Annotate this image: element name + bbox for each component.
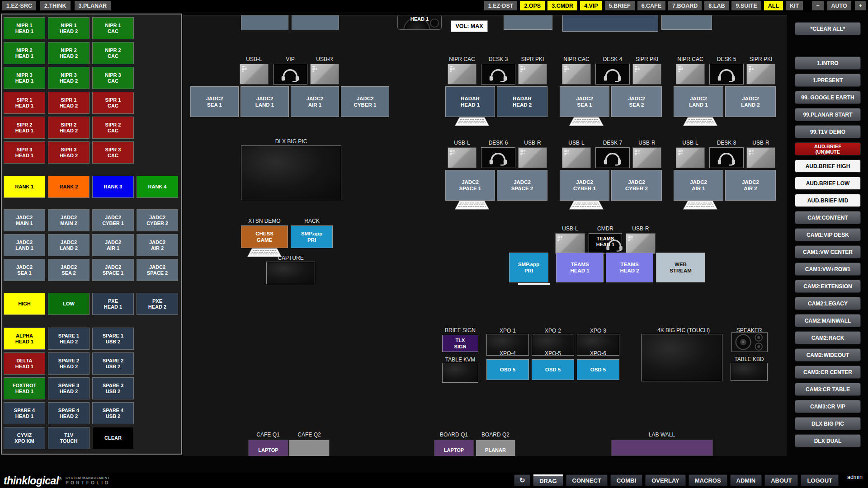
source-sipr-3-head-1[interactable]: SIPR 3 HEAD 1 [4, 141, 45, 164]
macro-cam2-extension[interactable]: CAM2:EXTENSION [795, 280, 861, 293]
partial-destination-fragment[interactable] [562, 15, 658, 32]
source-spare-3-usb-2[interactable]: SPARE 3 USB 2 [92, 377, 134, 399]
source-foxtrot-head-1[interactable]: FOXTROT HEAD 1 [4, 377, 45, 399]
source-high[interactable]: HIGH [4, 293, 45, 315]
osd-5-button-3[interactable]: OSD 5 [577, 359, 619, 380]
dest-tlx-sign[interactable]: TLX SIGN [442, 335, 478, 352]
usb-port-usb-r[interactable] [518, 147, 547, 168]
tab-1-ez-dst[interactable]: 1.EZ-DST [484, 1, 518, 10]
tab-2-ops[interactable]: 2.OPS [520, 1, 545, 10]
macros-button[interactable]: MACROS [689, 474, 727, 486]
source-t1v-touch[interactable]: T1V TOUCH [48, 427, 90, 449]
usb-port-nipr-cac[interactable] [448, 64, 476, 84]
dest-teams-head-2[interactable]: TEAMS HEAD 2 [606, 253, 653, 282]
macro-cam3-cr-table[interactable]: CAM3:CR TABLE [795, 383, 861, 396]
source-sipr-2-head-2[interactable]: SIPR 2 HEAD 2 [48, 117, 90, 139]
dest-jadc2-land-2[interactable]: JADC2 LAND 2 [725, 86, 776, 117]
macro-1-intro[interactable]: 1.INTRO [795, 56, 861, 70]
usb-port-nipr-cac[interactable] [562, 64, 591, 84]
tab-5-brief[interactable]: 5.BRIEF [605, 1, 635, 10]
headset-port-desk-3[interactable] [481, 64, 515, 84]
tab-1-ez-src[interactable]: 1.EZ-SRC [2, 1, 36, 10]
macro-cam1-vw-row1[interactable]: CAM1:VW+ROW1 [795, 263, 861, 276]
dest-smp-app-pri[interactable]: SMP.app PRI [509, 253, 548, 282]
dest-jadc2-air-1[interactable]: JADC2 AIR 1 [291, 86, 339, 117]
audio-head-1-speaker[interactable]: HEAD 1 [397, 15, 442, 30]
macro-cam2-mainwall[interactable]: CAM2:MAINWALL [795, 314, 861, 327]
admin-button[interactable]: ADMIN [730, 474, 762, 486]
usb-port-usb-l[interactable] [676, 147, 705, 168]
capture-screen[interactable] [266, 262, 315, 284]
dest-jadc2-cyber-1[interactable]: JADC2 CYBER 1 [560, 170, 609, 201]
dest-jadc2-land-1[interactable]: JADC2 LAND 1 [674, 86, 723, 117]
dest-teams-head-1[interactable]: TEAMS HEAD 1 [556, 253, 604, 282]
refresh-button[interactable]: ↻ [514, 474, 530, 486]
quad-board-q2[interactable]: PLANAR [476, 440, 515, 456]
tab-6-cafe[interactable]: 6.CAFE [637, 1, 665, 10]
dest-jadc2-land-1[interactable]: JADC2 LAND 1 [241, 86, 289, 117]
tab-kit[interactable]: KIT [786, 1, 803, 10]
source-nipr-1-cac[interactable]: NIPR 1 CAC [92, 17, 134, 39]
dest-jadc2-cyber-2[interactable]: JADC2 CYBER 2 [611, 170, 662, 201]
source-spare-4-head-1[interactable]: SPARE 4 HEAD 1 [4, 402, 45, 424]
macro-99-google-earth[interactable]: 99. GOOGLE EARTH [795, 91, 861, 104]
usb-port-sipr-pki[interactable] [746, 64, 775, 84]
tab-9-suite[interactable]: 9.SUITE [731, 1, 761, 10]
dest-web-stream[interactable]: WEB STREAM [656, 253, 705, 282]
quad-cafe-q1[interactable]: LAPTOP [248, 440, 288, 456]
source-nipr-3-head-1[interactable]: NIPR 3 HEAD 1 [4, 67, 45, 89]
macro-cam3-cr-vip[interactable]: CAM3:CR VIP [795, 400, 861, 413]
source-sipr-2-cac[interactable]: SIPR 2 CAC [92, 117, 134, 139]
headset-port-cmdr[interactable]: TEAMS HEAD 1 [589, 233, 622, 254]
usb-port-usb-l[interactable] [448, 147, 476, 168]
source-sipr-3-head-2[interactable]: SIPR 3 HEAD 2 [48, 141, 90, 164]
combi-button[interactable]: COMBI [610, 474, 642, 486]
source-spare-2-usb-2[interactable]: SPARE 2 USB 2 [92, 352, 134, 375]
source-jadc2-land-2[interactable]: JADC2 LAND 2 [48, 234, 90, 256]
logout-button[interactable]: LOGOUT [801, 474, 839, 486]
macro-99-planar-start[interactable]: 99.PLANAR START [795, 108, 861, 121]
source-jadc2-main-1[interactable]: JADC2 MAIN 1 [4, 209, 45, 231]
source-rank-4[interactable]: RANK 4 [137, 176, 178, 198]
dest-smp-app-pri-rack[interactable]: SMP.app PRI [291, 225, 333, 248]
source-jadc2-air-2[interactable]: JADC2 AIR 2 [137, 234, 178, 256]
usb-port-usb-l[interactable] [240, 64, 269, 84]
usb-port-sipr-pki[interactable] [632, 64, 661, 84]
tab-4-vip[interactable]: 4.VIP [580, 1, 602, 10]
source-spare-2-head-2[interactable]: SPARE 2 HEAD 2 [48, 352, 90, 375]
source-nipr-3-head-2[interactable]: NIPR 3 HEAD 2 [48, 67, 90, 89]
source-jadc2-sea-2[interactable]: JADC2 SEA 2 [48, 259, 90, 281]
macro-cam-content[interactable]: CAM:CONTENT [795, 211, 861, 224]
overlay-button[interactable]: OVERLAY [645, 474, 686, 486]
dest-radar-head-2[interactable]: RADAR HEAD 2 [497, 86, 547, 117]
headset-port-desk-4[interactable] [595, 64, 630, 84]
headset-port-desk-6[interactable] [481, 147, 515, 168]
usb-port-usb-r[interactable] [632, 147, 661, 168]
tab-7-board[interactable]: 7.BOARD [668, 1, 702, 10]
dest-jadc2-sea-1[interactable]: JADC2 SEA 1 [560, 86, 609, 117]
table-kvm-screen[interactable] [442, 363, 478, 383]
macro-aud-brief-un-mute[interactable]: AUD.BRIEF (UN)MUTE [795, 142, 861, 155]
usb-port-usb-l[interactable] [562, 147, 591, 168]
source-spare-4-head-2[interactable]: SPARE 4 HEAD 2 [48, 402, 90, 424]
macro-99-t1v-demo[interactable]: 99.T1V DEMO [795, 125, 861, 138]
dest-radar-head-1[interactable]: RADAR HEAD 1 [445, 86, 495, 117]
source-nipr-2-head-2[interactable]: NIPR 2 HEAD 2 [48, 42, 90, 64]
tab-3-planar[interactable]: 3.PLANAR [75, 1, 111, 10]
dest-jadc2-sea-2[interactable]: JADC2 SEA 2 [611, 86, 662, 117]
macro-dlx-dual[interactable]: DLX DUAL [795, 434, 861, 447]
source-cyviz-xpo-km[interactable]: CYVIZ XPO KM [4, 427, 45, 449]
source-sipr-1-cac[interactable]: SIPR 1 CAC [92, 92, 134, 114]
source-rank-1[interactable]: RANK 1 [4, 176, 45, 198]
usb-port-sipr-pki[interactable] [518, 64, 547, 84]
zoom-out-button[interactable]: − [812, 1, 823, 10]
source-nipr-2-head-1[interactable]: NIPR 2 HEAD 1 [4, 42, 45, 64]
source-jadc2-space-2[interactable]: JADC2 SPACE 2 [137, 259, 178, 281]
source-sipr-1-head-2[interactable]: SIPR 1 HEAD 2 [48, 92, 90, 114]
tab-8-lab[interactable]: 8.LAB [704, 1, 729, 10]
source-sipr-3-cac[interactable]: SIPR 3 CAC [92, 141, 134, 164]
source-delta-head-1[interactable]: DELTA HEAD 1 [4, 352, 45, 375]
source-jadc2-air-1[interactable]: JADC2 AIR 1 [92, 234, 134, 256]
partial-destination-fragment[interactable] [661, 15, 712, 30]
macro-dlx-big-pic[interactable]: DLX BIG PIC [795, 417, 861, 430]
